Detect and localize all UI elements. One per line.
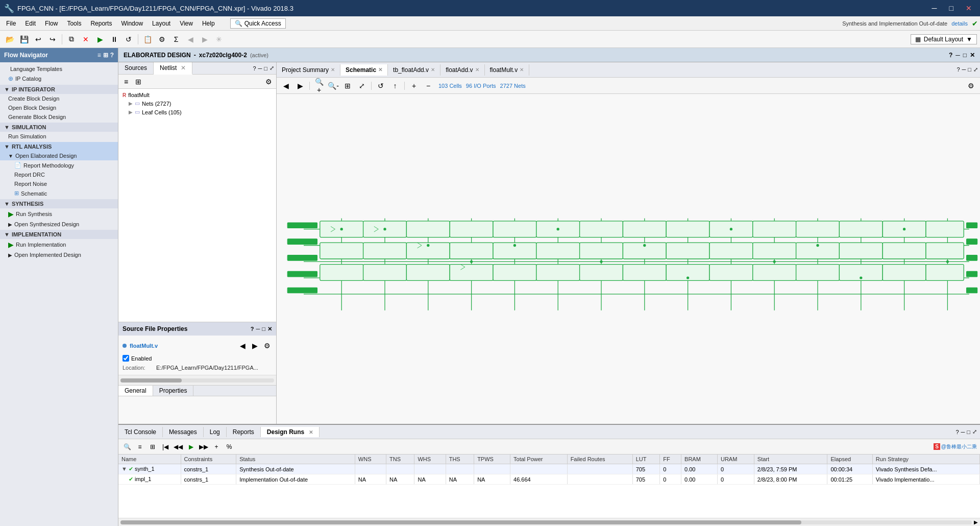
tb-copy-button[interactable]: ⧉ bbox=[65, 33, 78, 46]
menu-edit[interactable]: Edit bbox=[21, 18, 40, 29]
maximize-button[interactable]: □ bbox=[945, 2, 958, 14]
nav-item-ip-catalog[interactable]: ⊕ IP Catalog bbox=[0, 74, 118, 84]
schema-refresh-button[interactable]: ↺ bbox=[375, 80, 387, 92]
dr-percent-button[interactable]: % bbox=[224, 441, 235, 452]
nav-item-report-noise[interactable]: Report Noise bbox=[0, 179, 118, 188]
tb-save-button[interactable]: 💾 bbox=[17, 33, 31, 46]
schema-fullscreen-button[interactable]: ⤢ bbox=[356, 80, 368, 92]
schema-back-button[interactable]: ◀ bbox=[280, 80, 292, 92]
tree-item-floatmult[interactable]: R floatMult bbox=[118, 91, 276, 99]
src-props-minimize-icon[interactable]: ─ bbox=[256, 326, 260, 332]
schematic-tab-close[interactable]: ✕ bbox=[378, 67, 382, 73]
tab-floatmult[interactable]: floatMult.v ✕ bbox=[485, 64, 530, 76]
hscroll-thumb[interactable] bbox=[120, 378, 182, 382]
schema-maximize-icon[interactable]: □ bbox=[968, 66, 971, 73]
flow-nav-collapse-icon[interactable]: ≡ bbox=[97, 52, 101, 59]
floatmult-tab-close[interactable]: ✕ bbox=[520, 67, 524, 73]
tb-extra2-button[interactable]: ▶ bbox=[198, 33, 211, 46]
tb-delete-button[interactable]: ✕ bbox=[79, 33, 92, 46]
floatadd-tab-close[interactable]: ✕ bbox=[475, 67, 479, 73]
nav-item-run-simulation[interactable]: Run Simulation bbox=[0, 132, 118, 141]
tb-reset-button[interactable]: ↺ bbox=[122, 33, 135, 46]
src-props-close-icon[interactable]: ✕ bbox=[267, 326, 272, 332]
project-summary-tab-close[interactable]: ✕ bbox=[331, 67, 335, 73]
schema-settings-button[interactable]: ⚙ bbox=[965, 80, 977, 92]
menu-help[interactable]: Help bbox=[198, 18, 219, 29]
tb-settings-button[interactable]: ⚙ bbox=[155, 33, 168, 46]
sources-maximize-icon[interactable]: □ bbox=[264, 65, 267, 71]
dr-first-button[interactable]: |◀ bbox=[160, 441, 171, 452]
elab-maximize-icon[interactable]: □ bbox=[963, 52, 967, 59]
tb-extra1-button[interactable]: ◀ bbox=[184, 33, 197, 46]
schema-up-button[interactable]: ↑ bbox=[389, 80, 401, 92]
tb-run-button[interactable]: ▶ bbox=[93, 33, 107, 46]
window-controls[interactable]: ─ □ ✕ bbox=[928, 2, 976, 14]
dr-search-button[interactable]: 🔍 bbox=[121, 441, 133, 452]
schema-fit-button[interactable]: ⊞ bbox=[341, 80, 354, 92]
design-runs-tab-close[interactable]: ✕ bbox=[309, 429, 313, 435]
sources-collapse-all-button[interactable]: ≡ bbox=[120, 76, 132, 87]
props-tab-properties[interactable]: Properties bbox=[153, 386, 194, 396]
elab-minimize-icon[interactable]: ─ bbox=[955, 52, 960, 59]
nav-item-open-block-design[interactable]: Open Block Design bbox=[0, 103, 118, 112]
src-props-controls[interactable]: ? ─ □ ✕ bbox=[251, 326, 272, 332]
sources-help-icon[interactable]: ? bbox=[253, 65, 256, 71]
bottom-hscroll-track[interactable] bbox=[120, 520, 972, 524]
schema-minimize-icon[interactable]: ─ bbox=[962, 66, 966, 73]
schema-zoom-out-button[interactable]: 🔍- bbox=[327, 80, 339, 92]
nav-item-create-block-design[interactable]: Create Block Design bbox=[0, 94, 118, 103]
dr-expand-button[interactable]: ⊞ bbox=[147, 441, 158, 452]
menu-file[interactable]: File bbox=[2, 18, 20, 29]
tree-item-nets[interactable]: ▶ ▭ Nets (2727) bbox=[118, 99, 276, 108]
props-next-button[interactable]: ▶ bbox=[250, 341, 260, 351]
section-simulation-title[interactable]: ▼ SIMULATION bbox=[0, 123, 118, 132]
close-button[interactable]: ✕ bbox=[962, 2, 976, 14]
netlist-tab-close[interactable]: ✕ bbox=[181, 64, 186, 71]
section-impl-title[interactable]: ▼ IMPLEMENTATION bbox=[0, 230, 118, 239]
props-enabled-checkbox[interactable] bbox=[122, 355, 129, 362]
nav-item-run-implementation[interactable]: ▶ Run Implementation bbox=[0, 239, 118, 250]
flow-nav-controls[interactable]: ≡ ⊞ ? bbox=[97, 52, 114, 59]
menu-view[interactable]: View bbox=[176, 18, 197, 29]
tab-design-runs[interactable]: Design Runs ✕ bbox=[261, 427, 320, 437]
src-props-scrollbar[interactable] bbox=[118, 375, 276, 385]
schema-help-icon[interactable]: ? bbox=[957, 66, 960, 73]
nav-item-open-implemented-design[interactable]: ▶ Open Implemented Design bbox=[0, 250, 118, 259]
sources-settings-button[interactable]: ⚙ bbox=[263, 76, 274, 87]
schematic-canvas[interactable] bbox=[277, 94, 980, 424]
nav-item-open-elaborated-design[interactable]: ▼ Open Elaborated Design bbox=[0, 151, 118, 160]
tb-open-button[interactable]: 📂 bbox=[3, 33, 16, 46]
schema-right-buttons[interactable]: ? ─ □ ⤢ bbox=[954, 66, 980, 73]
sources-expand-icon[interactable]: ⤢ bbox=[270, 65, 274, 71]
table-row[interactable]: ▼ ✔ synth_1 constrs_1 Synthesis Out-of-d… bbox=[118, 464, 980, 474]
nav-item-report-drc[interactable]: Report DRC bbox=[0, 170, 118, 179]
tab-log[interactable]: Log bbox=[204, 427, 227, 437]
tree-item-leafcells[interactable]: ▶ ▭ Leaf Cells (105) bbox=[118, 108, 276, 116]
tb-analyze-button[interactable]: Σ bbox=[169, 33, 183, 46]
menu-layout[interactable]: Layout bbox=[148, 18, 175, 29]
dr-collapse-button[interactable]: ≡ bbox=[134, 441, 145, 452]
dr-add-button[interactable]: + bbox=[211, 441, 222, 452]
tab-reports[interactable]: Reports bbox=[227, 427, 261, 437]
bottom-expand-icon[interactable]: ⤢ bbox=[972, 428, 977, 435]
elab-controls[interactable]: ? ─ □ ✕ bbox=[949, 52, 975, 59]
tab-project-summary[interactable]: Project Summary ✕ bbox=[277, 64, 340, 76]
expand-icon[interactable]: ▼ bbox=[121, 466, 127, 472]
section-rtl-title[interactable]: ▼ RTL ANALYSIS bbox=[0, 142, 118, 151]
schema-cells-stat[interactable]: 103 Cells bbox=[438, 83, 462, 89]
tab-tcl-console[interactable]: Tcl Console bbox=[118, 427, 163, 437]
props-settings-button[interactable]: ⚙ bbox=[262, 341, 272, 351]
menu-window[interactable]: Window bbox=[117, 18, 147, 29]
nav-item-schematic[interactable]: ⊞ Schematic bbox=[0, 188, 118, 198]
minimize-button[interactable]: ─ bbox=[928, 2, 941, 14]
bottom-help-icon[interactable]: ? bbox=[955, 429, 959, 435]
bottom-right-arrow[interactable]: ▶ bbox=[974, 519, 978, 525]
table-row[interactable]: ✔ impl_1 constrs_1 Implementation Out-of… bbox=[118, 474, 980, 485]
bottom-hscroll-thumb[interactable] bbox=[120, 520, 801, 524]
tab-sources[interactable]: Sources bbox=[118, 62, 154, 74]
layout-dropdown[interactable]: ▦ Default Layout ▼ bbox=[911, 34, 977, 44]
nav-item-report-methodology[interactable]: 📄 Report Methodology bbox=[0, 160, 118, 170]
props-prev-button[interactable]: ◀ bbox=[237, 341, 248, 351]
schema-expand-icon[interactable]: ⤢ bbox=[973, 66, 978, 73]
schema-forward-button[interactable]: ▶ bbox=[294, 80, 306, 92]
